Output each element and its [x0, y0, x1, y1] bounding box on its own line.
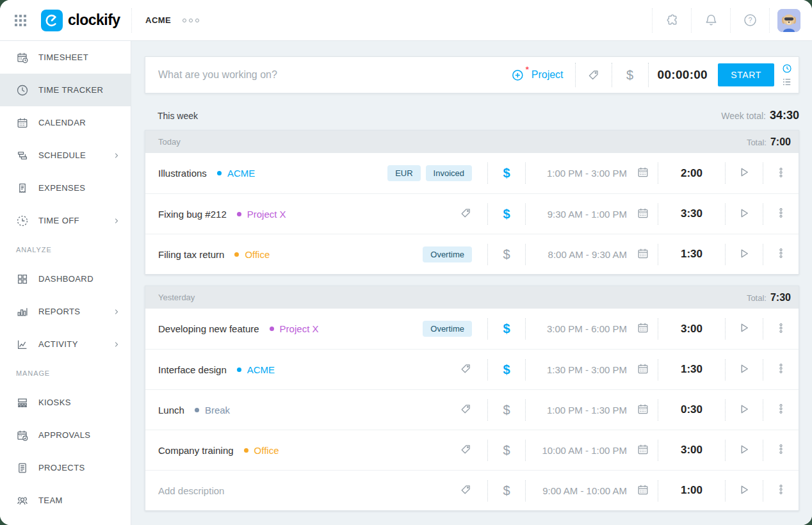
sidebar-item-timesheet[interactable]: TIMESHEET [0, 41, 131, 74]
entry-project[interactable]: Office [244, 445, 279, 456]
entry-time-range[interactable]: 9:30 AM - 1:00 PM [548, 209, 627, 220]
tag-pill[interactable]: Invoiced [426, 165, 472, 181]
entry-menu-button[interactable] [775, 166, 787, 181]
entry-menu-button[interactable] [775, 247, 787, 261]
sidebar-item-time-tracker[interactable]: TIME TRACKER [0, 74, 131, 106]
sidebar-item-projects[interactable]: PROJECTS [0, 451, 131, 484]
calendar-button[interactable] [637, 483, 649, 498]
billable-button[interactable]: $ [488, 246, 525, 262]
sidebar-item-schedule[interactable]: SCHEDULE [0, 139, 131, 172]
continue-entry-button[interactable] [737, 206, 751, 222]
entry-description[interactable]: Fixing bug #212 [158, 209, 227, 220]
sidebar-item-time-off[interactable]: TIME OFF [0, 204, 131, 237]
entry-duration[interactable]: 2:00 [658, 167, 725, 180]
entry-menu-button[interactable] [775, 322, 787, 336]
entry-menu-button[interactable] [775, 403, 787, 417]
tags-button[interactable] [459, 483, 472, 498]
tag-pill[interactable]: Overtime [423, 321, 472, 337]
billable-button[interactable]: $ [488, 442, 525, 458]
calendar-button[interactable] [637, 321, 649, 336]
tags-button[interactable] [459, 207, 472, 222]
calendar-button[interactable] [637, 443, 649, 458]
entry-menu-button[interactable] [775, 207, 787, 221]
tags-button[interactable] [459, 403, 472, 417]
entry-project[interactable]: ACME [237, 364, 275, 375]
tag-pill[interactable]: EUR [387, 165, 420, 181]
entry-duration[interactable]: 1:30 [658, 363, 725, 376]
sidebar-item-activity[interactable]: ACTIVITY [0, 328, 131, 360]
workspace-more-icon[interactable] [183, 19, 199, 22]
notifications-button[interactable] [704, 13, 719, 28]
avatar[interactable] [777, 9, 800, 32]
calendar-button[interactable] [637, 403, 649, 417]
entry-menu-button[interactable] [775, 483, 787, 497]
billable-button[interactable]: $ [488, 402, 525, 418]
calendar-button[interactable] [637, 247, 649, 262]
workspace-name[interactable]: ACME [145, 15, 171, 25]
billable-button[interactable]: $ [488, 362, 525, 378]
continue-entry-button[interactable] [737, 321, 751, 337]
sidebar-item-kiosks[interactable]: KIOSKS [0, 386, 131, 419]
entry-duration[interactable]: 3:00 [658, 444, 725, 456]
apps-grid-button[interactable] [15, 15, 26, 26]
entry-duration[interactable]: 3:30 [658, 207, 725, 220]
entry-time-range[interactable]: 10:00 AM - 1:00 PM [542, 445, 627, 456]
entry-project[interactable]: Project X [237, 209, 286, 220]
calendar-button[interactable] [637, 207, 649, 222]
entry-time-range[interactable]: 3:00 PM - 6:00 PM [547, 323, 627, 334]
tags-button[interactable] [459, 443, 472, 458]
entry-time-range[interactable]: 1:30 PM - 3:00 PM [547, 364, 627, 375]
tag-pill[interactable]: Overtime [423, 246, 472, 262]
entry-project[interactable]: Project X [270, 323, 319, 334]
continue-entry-button[interactable] [737, 402, 751, 418]
start-button[interactable]: START [718, 63, 774, 86]
continue-entry-button[interactable] [737, 246, 751, 262]
continue-entry-button[interactable] [737, 442, 751, 458]
project-button[interactable]: * Project [507, 68, 575, 82]
entry-description[interactable]: Filing tax return [158, 249, 224, 260]
billable-button[interactable]: $ [488, 165, 525, 181]
entry-time-range[interactable]: 9:00 AM - 10:00 AM [542, 485, 627, 496]
entry-duration[interactable]: 3:00 [658, 323, 725, 335]
entry-project[interactable]: Break [195, 405, 230, 416]
entry-description[interactable]: Lunch [158, 405, 184, 416]
entry-project[interactable]: ACME [217, 168, 255, 179]
calendar-button[interactable] [637, 166, 649, 181]
tags-button[interactable] [459, 362, 472, 377]
description-input[interactable] [145, 69, 507, 81]
tags-button[interactable] [576, 68, 612, 83]
continue-entry-button[interactable] [737, 165, 751, 181]
entry-menu-button[interactable] [775, 443, 787, 457]
billable-button[interactable]: $ [488, 206, 525, 222]
billable-button[interactable]: $ [488, 483, 525, 499]
sidebar-item-expenses[interactable]: EXPENSES [0, 172, 131, 204]
entry-menu-button[interactable] [775, 362, 787, 376]
entry-time-range[interactable]: 1:00 PM - 1:30 PM [547, 405, 627, 416]
entry-description[interactable]: Add description [158, 485, 224, 496]
help-button[interactable]: ? [743, 13, 758, 28]
sidebar-item-calendar[interactable]: CALENDAR [0, 106, 131, 139]
continue-entry-button[interactable] [737, 362, 751, 378]
entry-description[interactable]: Developing new feature [158, 323, 259, 334]
entry-description[interactable]: Company training [158, 445, 234, 456]
continue-entry-button[interactable] [737, 483, 751, 499]
timer-mode-button[interactable] [782, 63, 792, 74]
sidebar-item-team[interactable]: TEAM [0, 484, 131, 517]
entry-duration[interactable]: 0:30 [658, 403, 725, 416]
entry-description[interactable]: Interface design [158, 364, 227, 375]
sidebar-item-reports[interactable]: REPORTS [0, 295, 131, 328]
entry-time-range[interactable]: 1:00 PM - 3:00 PM [547, 168, 627, 179]
manual-mode-button[interactable] [782, 77, 792, 87]
billable-button[interactable]: $ [488, 321, 525, 337]
sidebar-item-approvals[interactable]: APPROVALS [0, 419, 131, 451]
integrations-button[interactable] [665, 13, 679, 28]
sidebar-item-dashboard[interactable]: DASHBOARD [0, 262, 131, 295]
entry-duration[interactable]: 1:00 [658, 484, 725, 497]
brand[interactable]: clockify [41, 10, 120, 31]
entry-duration[interactable]: 1:30 [658, 248, 725, 261]
entry-description[interactable]: Illustrations [158, 168, 207, 179]
entry-project[interactable]: Office [234, 249, 270, 260]
entry-time-range[interactable]: 8:00 AM - 9:30 AM [548, 249, 627, 260]
billable-button[interactable]: $ [612, 67, 648, 83]
calendar-button[interactable] [637, 362, 649, 377]
